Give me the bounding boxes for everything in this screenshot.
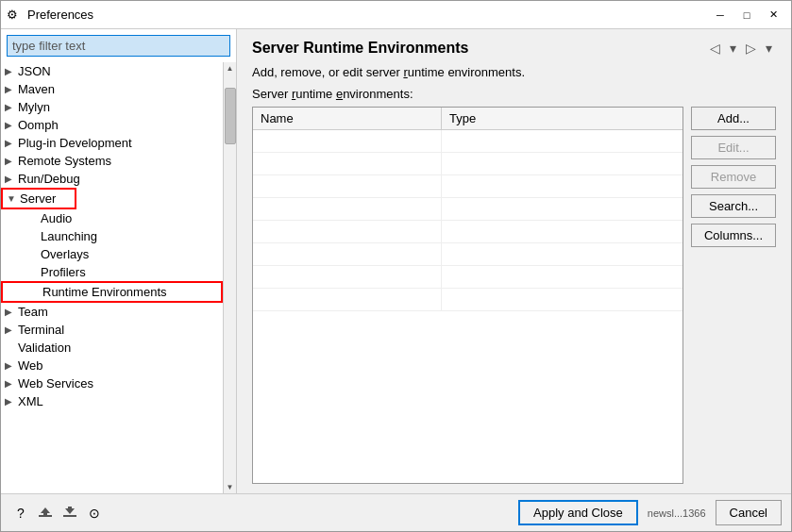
tree-item-json[interactable]: ▶ JSON [1,62,223,80]
apply-close-button[interactable]: Apply and Close [518,500,638,525]
help-icon-button[interactable]: ? [10,503,31,524]
scroll-up-arrow[interactable]: ▲ [224,62,236,75]
cancel-button[interactable]: Cancel [716,500,782,525]
svg-marker-3 [65,507,75,514]
table-row [253,243,682,266]
env-table: Name Type [252,107,683,484]
tree-arrow-server: ▼ [7,193,20,204]
table-row [253,130,682,153]
tree-label-plugin-dev: Plug-in Development [18,136,132,150]
tree-item-plugin-dev[interactable]: ▶ Plug-in Development [1,134,223,152]
window-icon: ⚙ [7,8,22,23]
right-header: Server Runtime Environments ◁ ▾ ▷ ▾ Add,… [237,29,791,107]
back-arrow-dropdown[interactable]: ▾ [726,39,740,58]
left-panel: ▶ JSON ▶ Maven ▶ Mylyn ▶ [1,29,237,493]
preferences-window: ⚙ Preferences ─ □ ✕ ▶ JSON ▶ [0,0,792,532]
env-table-header: Name Type [253,108,682,130]
search-button[interactable]: Search... [691,194,776,218]
window-title: Preferences [27,8,708,22]
nav-arrows: ◁ ▾ ▷ ▾ [706,39,776,58]
close-button[interactable]: ✕ [761,6,785,25]
tree-label-terminal: Terminal [18,323,64,337]
table-area: Name Type [237,107,791,493]
tree-item-xml[interactable]: ▶ XML [1,392,223,410]
cell-name [253,243,442,265]
bottom-right-buttons: Apply and Close newsl...1366 Cancel [518,500,782,525]
right-panel: Server Runtime Environments ◁ ▾ ▷ ▾ Add,… [237,29,791,493]
cell-type [442,266,682,288]
remove-button[interactable]: Remove [691,165,776,189]
cell-type [442,153,682,175]
env-table-body[interactable] [253,130,682,483]
tree-arrow-runtime [29,287,42,297]
tree-item-runtime-environments[interactable]: Runtime Environments [1,281,223,303]
svg-marker-1 [41,507,50,515]
right-header-top: Server Runtime Environments ◁ ▾ ▷ ▾ [252,39,776,58]
import-icon-button[interactable] [35,503,56,524]
tree-label-web-services: Web Services [18,376,93,391]
scroll-thumb[interactable] [225,88,236,144]
cell-type [442,243,682,265]
cell-name [253,289,442,310]
tree-item-overlays[interactable]: Overlays [1,245,223,263]
cell-type [442,289,682,310]
tree-item-web-services[interactable]: ▶ Web Services [1,374,223,392]
scroll-down-arrow[interactable]: ▼ [224,481,236,493]
cell-name [253,198,442,220]
edit-button[interactable]: Edit... [691,136,776,159]
tree-arrow-team: ▶ [5,307,18,317]
tree-item-terminal[interactable]: ▶ Terminal [1,321,223,339]
tree-container: ▶ JSON ▶ Maven ▶ Mylyn ▶ [1,62,223,493]
tree-label-runtime: Runtime Environments [42,285,167,299]
tree-item-web[interactable]: ▶ Web [1,357,223,374]
tree-item-oomph[interactable]: ▶ Oomph [1,116,223,134]
tree-item-team[interactable]: ▶ Team [1,303,223,321]
table-row [253,266,682,289]
tree-arrow-terminal: ▶ [5,324,18,335]
tree-item-validation[interactable]: Validation [1,339,223,357]
tree-label-json: JSON [18,64,51,78]
tree-item-remote-systems[interactable]: ▶ Remote Systems [1,152,223,170]
cell-name [253,266,442,288]
export-icon-button[interactable] [59,503,80,524]
runtime-underline2: r [292,87,295,101]
tree-item-maven[interactable]: ▶ Maven [1,80,223,98]
tree-scrollbar[interactable]: ▲ ▼ [223,62,236,493]
tree-label-overlays: Overlays [41,247,89,261]
back-arrow-button[interactable]: ◁ [706,39,724,58]
col-name-header: Name [253,108,442,129]
tree-arrow-plugin-dev: ▶ [5,138,18,148]
tree-item-launching[interactable]: Launching [1,227,223,245]
title-bar: ⚙ Preferences ─ □ ✕ [1,1,791,29]
tree-item-mylyn[interactable]: ▶ Mylyn [1,98,223,116]
tree-arrow-launching [27,231,41,241]
tree-label-run-debug: Run/Debug [18,172,80,186]
tree-label-launching: Launching [41,229,97,243]
maximize-button[interactable]: □ [734,6,759,25]
filter-input[interactable] [7,35,230,57]
tree-arrow-remote-systems: ▶ [5,156,18,166]
tree-item-server[interactable]: ▼ Server [1,188,76,209]
table-row [253,198,682,221]
columns-button[interactable]: Columns... [691,224,776,247]
tree-item-audio[interactable]: Audio [1,209,223,227]
import-icon [38,506,53,521]
tree-label-profilers: Profilers [41,265,86,279]
table-row [253,221,682,243]
tree-arrow-mylyn: ▶ [5,102,18,112]
bottom-icons: ? ⊙ [10,503,105,524]
cell-type [442,130,682,152]
forward-arrow-dropdown[interactable]: ▾ [762,39,776,58]
tree-arrow-web: ▶ [5,360,18,371]
settings-icon-button[interactable]: ⊙ [84,503,105,524]
tree-arrow-maven: ▶ [5,84,18,94]
minimize-button[interactable]: ─ [708,6,733,25]
forward-arrow-button[interactable]: ▷ [742,39,760,58]
cell-name [253,221,442,242]
tree-item-profilers[interactable]: Profilers [1,263,223,281]
add-button[interactable]: Add... [691,107,776,130]
runtime-underline: r [403,65,407,79]
tree-arrow-audio [27,213,41,224]
tree-item-run-debug[interactable]: ▶ Run/Debug [1,170,223,188]
tree-label-web: Web [18,358,43,373]
